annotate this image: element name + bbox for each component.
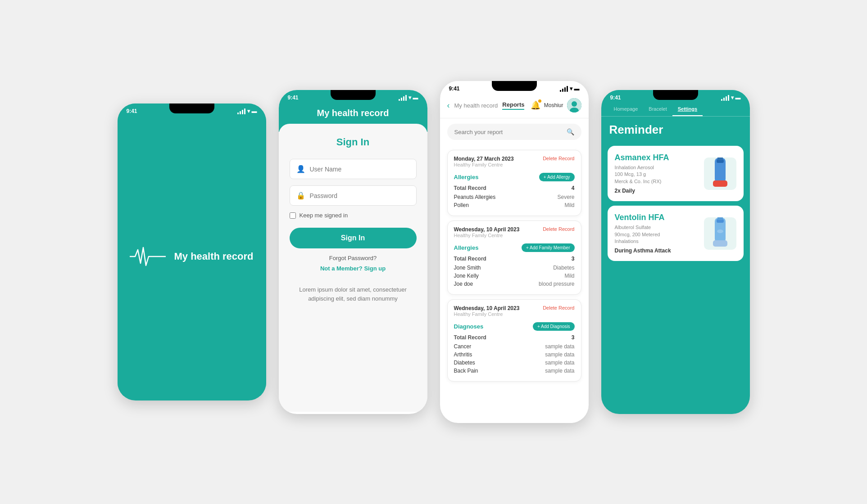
phone4-tabs: Homepage Bracelet Settings: [601, 104, 750, 117]
card-data-row-1-0: Jone Smith Diabetes: [454, 265, 575, 271]
total-label-0: Total Record: [454, 185, 486, 191]
tab-bracelet[interactable]: Bracelet: [643, 104, 672, 116]
add-diagnosis-button[interactable]: + Add Diagnosis: [533, 322, 575, 331]
card-data-row-1-1: Jone Kelly Mild: [454, 273, 575, 279]
breadcrumb: My health record: [454, 102, 498, 109]
password-field-container[interactable]: 🔒: [290, 185, 417, 206]
tab-settings[interactable]: Settings: [672, 104, 703, 116]
signin-button[interactable]: Sign In: [290, 228, 417, 248]
total-value-1: 3: [572, 256, 575, 262]
card-row-header-2: Diagnoses + Add Diagnosis: [454, 322, 575, 331]
add-family-member-button[interactable]: + Add Family Member: [522, 243, 575, 252]
total-record-row-0: Total Record 4: [454, 185, 575, 191]
username-input[interactable]: [310, 166, 410, 173]
time-3: 9:41: [449, 86, 460, 92]
wifi-icon-2: ▾: [409, 94, 411, 101]
splash-title: My health record: [174, 251, 253, 262]
med-card-asmanex: Asmanex HFA Inhalation Aerosol100 Mcg, 1…: [608, 146, 744, 201]
card-data-row-0-0: Peanuts Allergies Severe: [454, 194, 575, 200]
row-value: Severe: [557, 194, 574, 200]
battery-icon-4: ▬: [735, 94, 741, 101]
svg-rect-9: [713, 240, 727, 247]
row-value: sample data: [545, 360, 574, 366]
forgot-password-link[interactable]: Forgot Password?: [290, 255, 417, 261]
card-date-0: Monday, 27 March 2023: [454, 156, 514, 162]
row-value: sample data: [545, 368, 574, 374]
signin-header-title: My health record: [317, 108, 389, 118]
card-data-row-2-0: Cancer sample data: [454, 343, 575, 350]
keep-signed-container: Keep me signed in: [290, 212, 417, 219]
time-1: 9:41: [127, 108, 137, 114]
total-value-2: 3: [572, 334, 575, 341]
card-category-1: Allergies: [454, 244, 479, 251]
card-clinic-1: Healthy Family Centre: [454, 233, 520, 238]
search-bar[interactable]: 🔍: [447, 124, 581, 140]
keep-signed-checkbox[interactable]: [290, 212, 296, 219]
record-card-2: Wednesday, 10 April 2023 Healthy Family …: [447, 299, 581, 382]
not-member-text: Not a Member? Sign up: [290, 265, 417, 272]
password-input[interactable]: [310, 192, 410, 199]
back-button[interactable]: ‹: [447, 101, 450, 110]
heartbeat-container: My health record: [130, 245, 253, 268]
med-info-ventolin: Ventolin HFA Albuterol Sulfate90mcg, 200…: [615, 213, 698, 254]
med-card-ventolin: Ventolin HFA Albuterol Sulfate90mcg, 200…: [608, 206, 744, 261]
row-label: Jone Kelly: [454, 273, 479, 279]
delete-record-2[interactable]: Delete Record: [543, 305, 574, 310]
reports-tab[interactable]: Reports: [502, 101, 524, 110]
card-category-2: Diagnoses: [454, 323, 484, 330]
heartbeat-icon: [130, 245, 166, 268]
card-data-row-0-1: Pollen Mild: [454, 202, 575, 208]
reminder-title: Reminder: [601, 117, 750, 141]
username-field-container[interactable]: 👤: [290, 159, 417, 179]
card-top-2: Wednesday, 10 April 2023 Healthy Family …: [454, 305, 575, 320]
lorem-text: Lorem ipsum dolor sit amet, consectetuer…: [290, 285, 417, 303]
signal-icon-4: [721, 94, 729, 101]
delete-record-0[interactable]: Delete Record: [543, 156, 574, 161]
med-image-asmanex: [704, 158, 736, 190]
med-dosage-ventolin: During Asthma Attack: [615, 248, 698, 254]
med-name-ventolin: Ventolin HFA: [615, 213, 698, 222]
svg-rect-6: [717, 158, 723, 160]
row-label: Pollen: [454, 202, 469, 208]
card-data-row-2-1: Arthritis sample data: [454, 351, 575, 358]
row-label: Peanuts Allergies: [454, 194, 496, 200]
record-card-0: Monday, 27 March 2023 Healthy Family Cen…: [447, 150, 581, 216]
svg-point-1: [572, 101, 577, 107]
med-info-asmanex: Asmanex HFA Inhalation Aerosol100 Mcg, 1…: [615, 153, 698, 194]
bell-icon[interactable]: 🔔: [531, 100, 540, 110]
user-name: Moshiur: [544, 102, 563, 108]
row-label: Jone Smith: [454, 265, 481, 271]
add-allergy-button[interactable]: + Add Allergy: [539, 173, 575, 181]
delete-record-1[interactable]: Delete Record: [543, 226, 574, 232]
med-detail-asmanex: Inhalation Aerosol100 Mcg, 13 gMerck & C…: [615, 164, 698, 185]
row-label: Diabetes: [454, 360, 475, 366]
row-label: Back Pain: [454, 368, 478, 374]
notch-2: [331, 90, 376, 100]
card-data-row-1-2: Joe doe blood pressure: [454, 281, 575, 287]
records-list: Monday, 27 March 2023 Healthy Family Cen…: [440, 145, 589, 386]
card-category-0: Allergies: [454, 174, 479, 180]
tab-homepage[interactable]: Homepage: [608, 104, 644, 116]
bell-dot: [538, 99, 541, 103]
card-data-row-2-3: Back Pain sample data: [454, 368, 575, 374]
row-value: sample data: [545, 351, 574, 358]
med-image-ventolin: [704, 217, 736, 250]
card-data-row-2-2: Diabetes sample data: [454, 360, 575, 366]
row-value: Mild: [564, 202, 574, 208]
record-card-1: Wednesday, 10 April 2023 Healthy Family …: [447, 220, 581, 295]
search-input[interactable]: [454, 129, 563, 135]
lock-icon: 🔒: [296, 191, 305, 200]
user-icon: 👤: [296, 165, 305, 173]
signup-link[interactable]: Sign up: [364, 265, 386, 272]
signin-title: Sign In: [290, 136, 417, 148]
status-icons-2: ▾ ▬: [399, 94, 418, 101]
card-clinic-2: Healthy Family Centre: [454, 311, 520, 317]
row-value: sample data: [545, 343, 574, 350]
time-2: 9:41: [288, 94, 299, 101]
card-top-1: Wednesday, 10 April 2023 Healthy Family …: [454, 226, 575, 242]
notch: [169, 104, 214, 113]
time-4: 9:41: [610, 94, 621, 101]
card-row-header-1: Allergies + Add Family Member: [454, 243, 575, 252]
row-value: Mild: [564, 273, 574, 279]
phone-splash: 9:41 ▾ ▬ My health record: [118, 104, 266, 400]
